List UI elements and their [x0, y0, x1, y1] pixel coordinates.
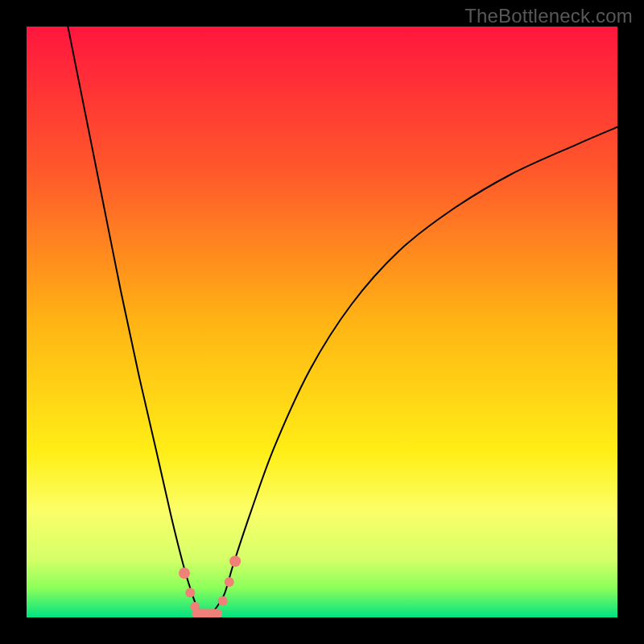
plot-area	[27, 27, 617, 617]
chart-svg	[27, 27, 617, 617]
marker-dot	[190, 602, 200, 612]
marker-dot	[179, 568, 190, 579]
marker-dot	[218, 596, 228, 605]
marker-dot	[185, 588, 195, 597]
marker-dot	[225, 577, 234, 587]
marker-dot	[229, 555, 241, 567]
watermark-text: TheBottleneck.com	[464, 5, 633, 27]
svg-rect-0	[27, 27, 617, 617]
chart-frame: TheBottleneck.com	[0, 0, 644, 644]
